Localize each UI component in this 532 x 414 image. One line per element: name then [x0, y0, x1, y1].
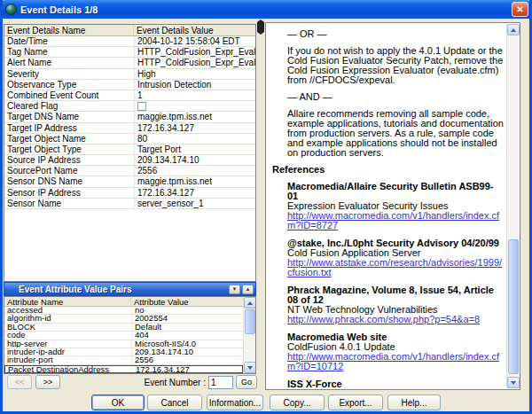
next-event-button[interactable]: >> — [35, 375, 60, 389]
detail-value: maggie.tpm.iss.net — [134, 176, 255, 186]
advisory-scrollbar[interactable] — [506, 24, 519, 388]
detail-value: 172.16.34.127 — [134, 188, 255, 198]
information-button[interactable]: Information... — [207, 394, 263, 410]
attr-value: 404 — [131, 332, 243, 339]
event-details-table: Event Details Name Event Details Value D… — [4, 24, 256, 282]
table-row[interactable]: SeverityHigh — [4, 69, 255, 80]
table-row[interactable]: http-serverMicrosoft-IIS/4.0 — [4, 340, 243, 348]
detail-value: 172.16.34.127 — [134, 123, 255, 133]
reference-link[interactable]: http://www.macromedia.com/v1/handlers/in… — [287, 352, 504, 371]
table-row[interactable]: BLOCKDefault — [4, 324, 243, 332]
table-row[interactable]: algorithm-id2002554 — [4, 315, 243, 323]
table-row[interactable]: intruder-port2556 — [4, 356, 243, 364]
reference-link[interactable]: http://www.phrack.com/show.php?p=54&a=8 — [287, 315, 504, 324]
reference-item: ISS X-Force ColdFusion Expression Evalua… — [287, 379, 504, 388]
column-header-event-details-value[interactable]: Event Details Value — [134, 25, 255, 35]
expand-panel-icon[interactable]: ▲ — [242, 285, 254, 294]
detail-name: Sensor Name — [4, 199, 134, 208]
detail-name: Date/Time — [4, 36, 134, 46]
titlebar[interactable]: Event Details 1/8 ✕ — [0, 0, 532, 19]
reference-item: Macromedia Web site ColdFusion 4.0.1 Upd… — [287, 332, 504, 371]
table-row-selected[interactable]: Packet DestinationAddress172.16.34.127 — [4, 365, 243, 373]
detail-value: 80 — [134, 134, 255, 144]
dialog-content: Event Details Name Event Details Value D… — [3, 19, 529, 411]
table-row[interactable]: Target Object Name80 — [4, 134, 255, 145]
table-row[interactable]: Combined Event Count1 — [4, 90, 255, 101]
copy-button[interactable]: Copy... — [270, 394, 325, 410]
event-number-label: Event Number : — [145, 378, 206, 387]
detail-value: 2556 — [134, 166, 255, 176]
attr-name: intruder-ip-addr — [4, 348, 131, 355]
export-button[interactable]: Export... — [328, 394, 383, 410]
table-row[interactable]: Observance TypeIntrusion Detection — [4, 80, 255, 90]
table-row[interactable]: SourcePort Name2556 — [4, 166, 255, 176]
table-row[interactable]: Date/Time2004-10-12 15:58:04 EDT — [4, 36, 255, 47]
advisory-panel: — OR — If you do not wish to apply the 4… — [265, 22, 520, 390]
reference-link[interactable]: http://www.macromedia.com/v1/handlers/in… — [287, 211, 504, 230]
detail-name: Target Object Type — [4, 145, 134, 154]
close-icon: ✕ — [516, 4, 523, 14]
detail-name: Target DNS Name — [4, 112, 134, 121]
detail-name: Alert Name — [4, 58, 134, 67]
reference-title: ISS X-Force — [287, 379, 504, 388]
advisory-paragraph: Allaire recommends removing all sample c… — [287, 109, 504, 158]
table-row[interactable]: Cleared Flag — [4, 101, 255, 112]
scroll-up-button[interactable] — [507, 24, 520, 35]
scrollbar-thumb[interactable] — [245, 309, 255, 334]
go-button[interactable]: Go — [236, 375, 257, 389]
scroll-up-button[interactable] — [244, 297, 256, 309]
app-icon[interactable] — [5, 4, 17, 15]
scroll-down-icon — [247, 366, 253, 370]
column-header-attribute-name[interactable]: Attribute Name — [4, 297, 131, 306]
collapse-panel-icon[interactable]: ▼ — [229, 285, 240, 294]
table-row[interactable]: Alert NameHTTP_ColdFusion_Expr_Evaluator — [4, 58, 255, 68]
previous-event-button[interactable]: << — [7, 375, 32, 389]
attr-name: intruder-port — [4, 356, 131, 363]
detail-name: Severity — [4, 69, 134, 79]
table-row[interactable]: Sensor DNS Namemaggie.tpm.iss.net — [4, 176, 255, 187]
or-separator: — OR — — [287, 29, 504, 39]
and-separator: — AND — — [287, 92, 504, 102]
table-row[interactable]: accessedno — [4, 307, 243, 315]
ok-button[interactable]: OK — [91, 394, 145, 410]
detail-value: Target Port — [134, 145, 255, 154]
table-row[interactable]: Tag NameHTTP_ColdFusion_Expr_Evaluator — [4, 47, 255, 58]
detail-value: HTTP_ColdFusion_Expr_Evaluator — [134, 58, 255, 67]
table-row[interactable]: code404 — [4, 332, 243, 340]
column-header-attribute-value[interactable]: Attribute Value — [131, 297, 243, 306]
attr-value: Default — [131, 324, 243, 331]
detail-value: High — [134, 69, 255, 79]
help-button[interactable]: Help... — [387, 394, 441, 410]
detail-value: maggie.tpm.iss.net — [134, 112, 255, 121]
table-row[interactable]: Target Object TypeTarget Port — [4, 145, 255, 155]
divider-collapse-right-icon[interactable] — [261, 20, 264, 35]
scrollbar-thumb[interactable] — [508, 239, 519, 374]
attr-value: 172.16.34.127 — [132, 366, 242, 372]
detail-name: Source IP Address — [4, 155, 134, 165]
table-row[interactable]: intruder-ip-addr209.134.174.10 — [4, 348, 243, 356]
table-row[interactable]: Sensor IP Address172.16.34.127 — [4, 188, 255, 199]
cleared-flag-checkbox[interactable] — [137, 102, 146, 111]
column-header-event-details-name[interactable]: Event Details Name — [4, 25, 134, 35]
cancel-button[interactable]: Cancel — [147, 394, 202, 410]
reference-link[interactable]: http://www.atstake.com/research/advisori… — [287, 258, 504, 277]
attributes-panel-title: Event Attribute Value Pairs — [4, 285, 131, 294]
attribute-value-table: Attribute Name Attribute Value accessedn… — [4, 296, 256, 374]
table-row[interactable]: Target DNS Namemaggie.tpm.iss.net — [4, 112, 255, 122]
split-divider[interactable] — [257, 22, 265, 391]
reference-title: Phrack Magazine, Volume 8, Issue 54, Art… — [287, 285, 504, 305]
attr-table-scrollbar[interactable] — [243, 297, 255, 373]
references-heading: References — [272, 165, 504, 175]
attr-value: 2556 — [131, 356, 243, 363]
event-number-input[interactable] — [208, 376, 233, 389]
table-row[interactable]: Sensor Nameserver_sensor_1 — [4, 199, 255, 209]
table-row[interactable]: Source IP Address209.134.174.10 — [4, 155, 255, 166]
reference-title: Macromedia/Allaire Security Bulletin ASB… — [287, 182, 504, 201]
scroll-down-button[interactable] — [507, 377, 520, 388]
scroll-down-icon — [511, 381, 516, 385]
table-row[interactable]: Target IP Address172.16.34.127 — [4, 123, 255, 134]
attributes-panel-header: Event Attribute Value Pairs ▼ ▲ — [4, 282, 256, 296]
detail-name: SourcePort Name — [4, 166, 134, 176]
scroll-down-button[interactable] — [244, 362, 256, 373]
close-button[interactable]: ✕ — [512, 2, 528, 17]
